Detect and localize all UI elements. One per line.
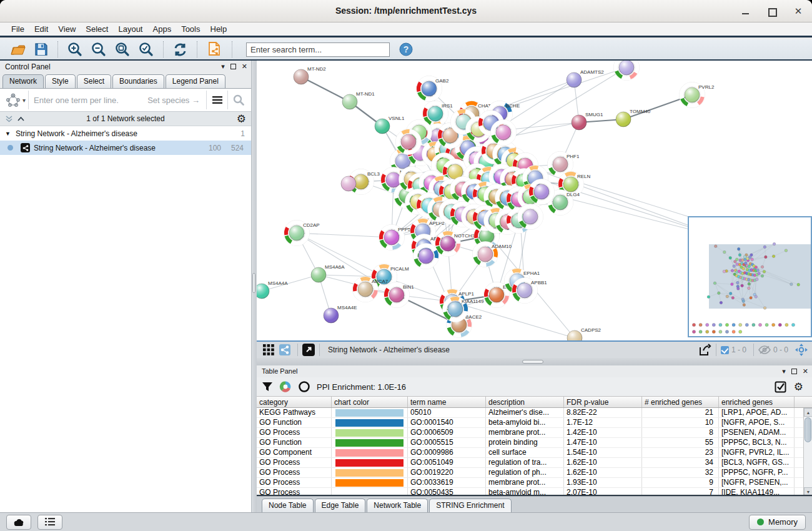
network-node-pvrl2[interactable]: PVRL2 xyxy=(680,82,715,108)
hidden-eye-icon[interactable] xyxy=(758,345,771,354)
close-panel-icon[interactable]: ✕ xyxy=(803,367,808,375)
menu-item-tools[interactable]: Tools xyxy=(176,22,205,36)
tree-expander-icon[interactable]: ▼ xyxy=(5,131,11,137)
menu-item-file[interactable]: File xyxy=(6,22,29,36)
help-icon[interactable]: ? xyxy=(399,42,413,57)
open-external-icon[interactable] xyxy=(302,344,315,356)
column-header-enriched-genes[interactable]: enriched genes xyxy=(719,397,795,407)
table-row[interactable]: GO ProcessGO:0006509membrane prot...1.42… xyxy=(257,428,812,438)
network-node-mt-nd1[interactable]: MT-ND1 xyxy=(342,91,375,109)
table-row[interactable]: KEGG Pathways05010Alzheimer's dise...8.8… xyxy=(257,408,812,418)
string-query-input[interactable]: Enter one term per line. xyxy=(29,96,147,105)
tab-edge-table[interactable]: Edge Table xyxy=(315,499,366,512)
network-node[interactable] xyxy=(341,176,356,191)
zoom-out-icon[interactable] xyxy=(91,41,107,57)
network-row[interactable]: String Network - Alzheimer's disease 100… xyxy=(0,141,251,155)
network-node[interactable] xyxy=(396,129,422,155)
table-row[interactable]: GO ComponentGO:0009986cell surface1.54E-… xyxy=(257,448,812,458)
close-button[interactable]: ✕ xyxy=(793,6,803,16)
menu-item-apps[interactable]: Apps xyxy=(148,22,177,36)
horizontal-splitter[interactable] xyxy=(257,358,812,365)
scroll-down-icon[interactable]: ▼ xyxy=(804,487,812,496)
panel-menu-icon[interactable]: ▾ xyxy=(782,367,786,375)
table-scrollbar[interactable]: ▲ ▼ xyxy=(803,408,812,496)
table-row[interactable]: GO FunctionGO:0001540beta-amyloid bi...1… xyxy=(257,418,812,428)
menu-item-help[interactable]: Help xyxy=(205,22,232,36)
column-header--enriched-genes[interactable]: # enriched genes xyxy=(642,397,719,407)
vertical-splitter[interactable] xyxy=(252,61,257,512)
menu-item-view[interactable]: View xyxy=(53,22,81,36)
memory-button[interactable]: Memory xyxy=(749,515,806,530)
splitter-grip[interactable] xyxy=(252,273,255,293)
enrichment-settings-gear-icon[interactable]: ⚙ xyxy=(794,382,803,392)
column-header-category[interactable]: category xyxy=(257,397,332,407)
close-panel-icon[interactable]: ✕ xyxy=(242,62,247,71)
set-species-link[interactable]: Set species → xyxy=(147,96,206,105)
network-node-ppp5c[interactable]: PPP5C xyxy=(379,225,415,251)
export-view-icon[interactable] xyxy=(698,343,711,357)
minimize-button[interactable] xyxy=(741,6,751,16)
tab-style[interactable]: Style xyxy=(45,74,76,88)
tab-legend-panel[interactable]: Legend Panel xyxy=(166,74,225,88)
refresh-icon[interactable] xyxy=(172,42,188,57)
table-row[interactable]: GO ProcessGO:0019220regulation of ph...1… xyxy=(257,468,812,478)
zoom-fit-icon[interactable] xyxy=(114,41,131,57)
maximize-button[interactable] xyxy=(767,6,777,16)
task-history-button[interactable] xyxy=(37,515,62,530)
select-all-check-icon[interactable] xyxy=(775,381,786,393)
network-node-tomm40[interactable]: TOMM40 xyxy=(616,109,651,127)
network-node-bin1[interactable]: BIN1 xyxy=(384,282,415,308)
birds-eye-view[interactable] xyxy=(688,216,812,337)
network-node-ms4a6a[interactable]: MS4A6A xyxy=(311,264,345,282)
scrollbar-thumb[interactable] xyxy=(805,417,811,442)
network-node-ms4a4a[interactable]: MS4A4A xyxy=(257,280,288,299)
float-panel-icon[interactable] xyxy=(230,64,236,69)
network-collection-row[interactable]: ▼ String Network - Alzheimer's disease 1 xyxy=(0,126,251,141)
string-logo-icon[interactable]: ▾ xyxy=(2,91,29,109)
column-header-FDR-p-value[interactable]: FDR p-value xyxy=(564,397,642,407)
filter-icon[interactable] xyxy=(262,381,273,392)
tab-string-enrichment[interactable]: STRING Enrichment xyxy=(429,499,511,512)
splitter-grip[interactable] xyxy=(522,360,543,364)
network-node-vsnl1[interactable]: VSNL1 xyxy=(375,116,405,134)
network-canvas[interactable]: MT-ND2MT-ND1VSNL1GAB2IRS1CHATBCHEIL1BTNF… xyxy=(257,61,812,340)
search-input[interactable] xyxy=(246,42,390,57)
zoom-selected-icon[interactable] xyxy=(138,41,154,57)
network-node[interactable] xyxy=(518,204,543,230)
share-view-icon[interactable] xyxy=(279,344,290,355)
table-row[interactable]: GO ProcessGO:0033619membrane prot...1.93… xyxy=(257,478,812,488)
network-node-cadps2[interactable]: CADPS2 xyxy=(567,327,602,340)
table-row[interactable]: GO ProcessGO:0051049regulation of tra...… xyxy=(257,458,812,468)
ring-chart-icon[interactable] xyxy=(298,380,310,393)
string-search-icon[interactable] xyxy=(227,91,249,109)
network-node[interactable] xyxy=(491,120,517,146)
menu-item-layout[interactable]: Layout xyxy=(113,22,147,36)
float-panel-icon[interactable] xyxy=(791,369,797,374)
column-header-chart-color[interactable]: chart color xyxy=(332,397,408,407)
tab-select[interactable]: Select xyxy=(77,74,111,88)
network-node-apbb1[interactable]: APBB1 xyxy=(512,278,548,304)
zoom-in-icon[interactable] xyxy=(67,41,83,57)
column-header-description[interactable]: description xyxy=(486,397,564,407)
export-network-icon[interactable] xyxy=(206,41,223,57)
panel-menu-icon[interactable]: ▾ xyxy=(221,62,225,71)
tab-boundaries[interactable]: Boundaries xyxy=(112,74,164,88)
selected-nodes-check-icon[interactable] xyxy=(721,346,729,354)
network-node[interactable] xyxy=(614,61,640,81)
open-file-icon[interactable] xyxy=(10,42,26,56)
column-header-term-name[interactable]: term name xyxy=(408,397,486,407)
tab-node-table[interactable]: Node Table xyxy=(262,499,314,512)
tab-network-table[interactable]: Network Table xyxy=(367,499,428,512)
save-session-icon[interactable] xyxy=(34,42,49,57)
table-row[interactable]: GO FunctionGO:0005515protein binding1.47… xyxy=(257,438,812,448)
navigate-icon[interactable] xyxy=(795,343,808,357)
network-node-gab2[interactable]: GAB2 xyxy=(417,76,449,102)
scroll-up-icon[interactable]: ▲ xyxy=(804,408,812,417)
network-node[interactable] xyxy=(413,244,439,269)
query-options-icon[interactable] xyxy=(206,91,227,109)
tab-network[interactable]: Network xyxy=(2,74,44,88)
pie-chart-icon[interactable] xyxy=(279,380,292,393)
menu-item-edit[interactable]: Edit xyxy=(29,22,53,36)
network-node[interactable] xyxy=(529,179,555,205)
grid-mode-icon[interactable] xyxy=(263,344,274,355)
